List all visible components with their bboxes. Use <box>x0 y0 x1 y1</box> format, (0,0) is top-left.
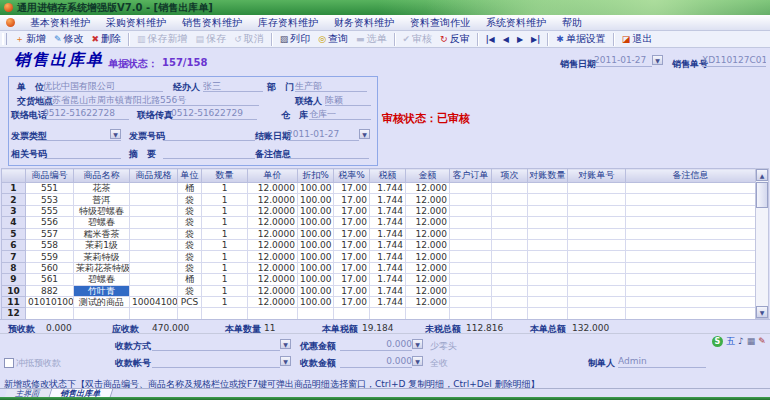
table-cell[interactable] <box>528 296 568 307</box>
table-cell[interactable] <box>406 308 450 319</box>
table-cell[interactable]: 1 <box>202 183 248 194</box>
column-header[interactable]: 对账数量 <box>528 169 568 183</box>
table-cell[interactable] <box>492 205 528 216</box>
table-cell[interactable]: 12.0000 <box>248 239 298 250</box>
table-cell[interactable]: 竹叶青 <box>74 285 130 296</box>
invoice-no-field[interactable] <box>163 129 255 141</box>
table-cell[interactable] <box>492 194 528 205</box>
row-number[interactable]: 1 <box>2 183 26 194</box>
table-cell[interactable] <box>130 194 178 205</box>
table-cell[interactable] <box>450 183 492 194</box>
table-cell[interactable]: 551 <box>26 183 74 194</box>
table-cell[interactable] <box>568 239 626 250</box>
table-cell[interactable] <box>528 183 568 194</box>
table-cell[interactable]: 12.0000 <box>248 217 298 228</box>
table-cell[interactable] <box>626 183 756 194</box>
table-cell[interactable]: 1.744 <box>370 217 406 228</box>
table-cell[interactable] <box>626 308 756 319</box>
table-cell[interactable]: 17.00 <box>334 285 370 296</box>
table-cell[interactable]: 17.00 <box>334 194 370 205</box>
table-cell[interactable] <box>626 228 756 239</box>
table-cell[interactable]: 1 <box>202 274 248 285</box>
table-cell[interactable] <box>528 239 568 250</box>
menu-item-2[interactable]: 销售资料维护 <box>174 16 250 30</box>
table-cell[interactable]: 袋 <box>178 262 202 273</box>
table-cell[interactable]: 17.00 <box>334 262 370 273</box>
table-cell[interactable]: 1 <box>202 228 248 239</box>
table-cell[interactable]: 559 <box>26 251 74 262</box>
table-cell[interactable] <box>298 308 334 319</box>
nav-next-button[interactable]: ▶ <box>513 35 527 44</box>
column-header[interactable]: 客户订单 <box>450 169 492 183</box>
table-cell[interactable]: 碧螺春 <box>74 274 130 285</box>
table-cell[interactable]: 100.00 <box>298 251 334 262</box>
table-cell[interactable]: 100.00 <box>298 183 334 194</box>
pen-icon[interactable]: ✎ <box>758 336 766 347</box>
table-cell[interactable]: 882 <box>26 285 74 296</box>
row-number[interactable]: 3 <box>2 205 26 216</box>
table-cell[interactable] <box>334 308 370 319</box>
column-header[interactable]: 备注信息 <box>626 169 756 183</box>
table-cell[interactable] <box>492 285 528 296</box>
table-cell[interactable] <box>450 194 492 205</box>
table-cell[interactable] <box>450 296 492 307</box>
column-header[interactable]: 对账单号 <box>568 169 626 183</box>
table-cell[interactable] <box>130 183 178 194</box>
table-cell[interactable]: 17.00 <box>334 274 370 285</box>
sale-no-field[interactable]: XD110127C01 <box>702 55 766 67</box>
table-cell[interactable] <box>568 274 626 285</box>
table-cell[interactable] <box>528 274 568 285</box>
table-cell[interactable] <box>528 217 568 228</box>
table-cell[interactable] <box>26 308 74 319</box>
table-cell[interactable]: 17.00 <box>334 239 370 250</box>
table-cell[interactable] <box>528 228 568 239</box>
table-cell[interactable] <box>492 262 528 273</box>
table-cell[interactable] <box>450 308 492 319</box>
sale-date-dropdown-icon[interactable]: ▼ <box>652 55 663 65</box>
new-button[interactable]: ＋新增 <box>11 32 50 46</box>
table-cell[interactable]: 556 <box>26 217 74 228</box>
table-cell[interactable] <box>492 217 528 228</box>
column-header[interactable]: 商品名称 <box>74 169 130 183</box>
column-header[interactable]: 商品规格 <box>130 169 178 183</box>
table-cell[interactable]: 12.0000 <box>248 285 298 296</box>
offset-prepaid-checkbox[interactable] <box>4 358 14 368</box>
summary-field[interactable] <box>163 147 255 159</box>
remark-field[interactable] <box>287 147 369 159</box>
table-cell[interactable]: 12.000 <box>406 251 450 262</box>
table-cell[interactable]: 553 <box>26 194 74 205</box>
menu-item-6[interactable]: 系统资料维护 <box>478 16 554 30</box>
table-cell[interactable] <box>528 194 568 205</box>
table-cell[interactable] <box>178 308 202 319</box>
table-cell[interactable]: 普洱 <box>74 194 130 205</box>
table-cell[interactable]: 12.0000 <box>248 183 298 194</box>
table-cell[interactable]: 1 <box>202 205 248 216</box>
table-cell[interactable]: 花茶 <box>74 183 130 194</box>
table-cell[interactable]: 1.744 <box>370 296 406 307</box>
table-cell[interactable] <box>450 262 492 273</box>
scroll-up-icon[interactable]: ▲ <box>756 169 768 181</box>
table-cell[interactable] <box>248 308 298 319</box>
query-button[interactable]: ◎查询 <box>314 32 352 46</box>
table-cell[interactable]: 17.00 <box>334 205 370 216</box>
table-cell[interactable]: 1.744 <box>370 194 406 205</box>
table-cell[interactable]: 1.744 <box>370 274 406 285</box>
menu-item-7[interactable]: 帮助 <box>554 16 590 30</box>
row-number[interactable]: 7 <box>2 251 26 262</box>
sogou-input-icon[interactable]: S <box>712 336 723 347</box>
table-cell[interactable] <box>568 285 626 296</box>
table-cell[interactable]: 12.000 <box>406 262 450 273</box>
table-cell[interactable] <box>450 274 492 285</box>
table-cell[interactable]: 12.0000 <box>248 194 298 205</box>
table-cell[interactable]: 12.000 <box>406 285 450 296</box>
column-header[interactable]: 项次 <box>492 169 528 183</box>
table-cell[interactable] <box>130 262 178 273</box>
table-cell[interactable]: 100.00 <box>298 194 334 205</box>
dept-field[interactable]: 生产部 <box>295 80 367 92</box>
table-cell[interactable]: 0101010001 <box>26 296 74 307</box>
table-cell[interactable] <box>450 205 492 216</box>
table-cell[interactable] <box>130 217 178 228</box>
pay-amount-dropdown-icon[interactable]: ▼ <box>412 356 423 366</box>
table-cell[interactable] <box>568 262 626 273</box>
table-cell[interactable] <box>492 308 528 319</box>
